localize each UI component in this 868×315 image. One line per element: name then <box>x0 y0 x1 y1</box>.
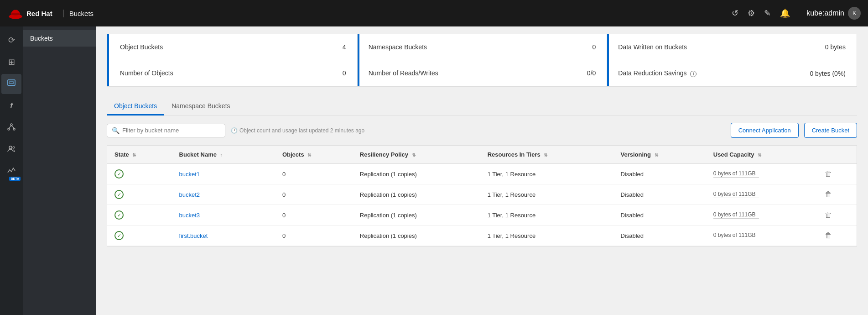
cell-resources-2: 1 Tier, 1 Resource <box>480 205 613 226</box>
status-icon-0: ✓ <box>114 169 124 178</box>
bucket-name-sort-icon[interactable]: ↑ <box>220 152 223 158</box>
stat-row-reads-writes: Number of Reads/Writes 0/0 <box>358 60 607 86</box>
sidebar-item-grid[interactable]: ⊞ <box>1 52 21 72</box>
data-reduction-info-icon[interactable]: i <box>690 71 696 77</box>
stat-card-namespace-buckets: Namespace Buckets 0 Number of Reads/Writ… <box>357 34 607 86</box>
cell-delete-3: 🗑 <box>817 226 857 246</box>
table-row: ✓ bucket1 0 Replication (1 copies) 1 Tie… <box>107 164 857 184</box>
sidebar-item-functions[interactable]: f <box>1 96 21 116</box>
update-info: 🕐 Object count and usage last updated 2 … <box>231 127 725 134</box>
cell-resources-0: 1 Tier, 1 Resource <box>480 164 613 184</box>
create-bucket-button[interactable]: Create Bucket <box>804 123 857 138</box>
reads-writes-value: 0/0 <box>587 69 596 77</box>
network-icon <box>7 122 16 134</box>
cell-resiliency-3: Replication (1 copies) <box>353 226 480 246</box>
topnav-icons: ↺ ⚙ ✎ 🔔 kube:admin K <box>732 7 861 20</box>
monitoring-icon <box>7 166 16 178</box>
resiliency-sort-icon[interactable]: ⇅ <box>412 152 416 158</box>
topnav: Red Hat Buckets ↺ ⚙ ✎ 🔔 kube:admin K <box>0 0 868 26</box>
status-icon-2: ✓ <box>114 210 124 220</box>
sidebar-item-monitoring[interactable]: BETA <box>1 162 21 182</box>
cell-resiliency-2: Replication (1 copies) <box>353 205 480 226</box>
capacity-text-3: 0 bytes of 111GB <box>713 232 759 239</box>
users-icon <box>7 144 16 156</box>
tab-namespace-buckets[interactable]: Namespace Buckets <box>164 98 237 116</box>
cell-objects-1: 0 <box>275 184 353 205</box>
clock-icon: 🕐 <box>231 127 238 134</box>
cell-delete-1: 🗑 <box>817 184 857 205</box>
app-body: ⟳ ⊞ f <box>0 26 868 315</box>
capacity-text-0: 0 bytes of 111GB <box>713 170 759 178</box>
delete-icon-1[interactable]: 🗑 <box>825 190 832 198</box>
settings-icon[interactable]: ⚙ <box>748 8 755 18</box>
delete-icon-3[interactable]: 🗑 <box>825 231 832 239</box>
versioning-sort-icon[interactable]: ⇅ <box>655 152 658 158</box>
col-bucket-name: Bucket Name ↑ <box>172 146 275 164</box>
data-written-value: 0 bytes <box>825 43 846 51</box>
brand: Red Hat Buckets <box>7 5 94 21</box>
username: kube:admin <box>806 9 844 17</box>
bucket-link-2[interactable]: bucket3 <box>179 212 200 219</box>
refresh-icon[interactable]: ↺ <box>732 8 738 18</box>
grid-icon: ⊞ <box>8 57 15 67</box>
object-buckets-value: 4 <box>343 43 346 51</box>
cell-versioning-3: Disabled <box>613 226 706 246</box>
col-resiliency: Resiliency Policy ⇅ <box>353 146 480 164</box>
user-menu[interactable]: kube:admin K <box>806 7 861 20</box>
num-objects-label: Number of Objects <box>120 69 173 77</box>
sidebar-item-users[interactable] <box>1 140 21 160</box>
stat-row-namespace-buckets: Namespace Buckets 0 <box>358 34 607 60</box>
tabs: Object Buckets Namespace Buckets <box>107 98 857 116</box>
col-versioning: Versioning ⇅ <box>613 146 706 164</box>
delete-icon-0[interactable]: 🗑 <box>825 170 832 178</box>
sidebar-item-home[interactable]: ⟳ <box>1 30 21 50</box>
avatar: K <box>848 7 861 20</box>
notification-icon[interactable]: 🔔 <box>780 8 790 18</box>
cell-delete-2: 🗑 <box>817 205 857 226</box>
num-objects-value: 0 <box>343 69 346 77</box>
cell-name-3: first.bucket <box>172 226 275 246</box>
cell-versioning-1: Disabled <box>613 184 706 205</box>
cell-name-2: bucket3 <box>172 205 275 226</box>
cell-state-3: ✓ <box>107 226 172 246</box>
bucket-link-1[interactable]: bucket2 <box>179 191 200 198</box>
tab-object-buckets[interactable]: Object Buckets <box>107 98 164 116</box>
stat-card-data-written: Data Written on Buckets 0 bytes Data Red… <box>607 34 857 86</box>
svg-point-10 <box>13 147 15 148</box>
cell-capacity-1: 0 bytes of 111GB <box>706 184 818 205</box>
objects-sort-icon[interactable]: ⇅ <box>307 152 311 158</box>
svg-rect-3 <box>9 82 14 84</box>
connect-application-button[interactable]: Connect Application <box>731 123 799 138</box>
bucket-link-0[interactable]: bucket1 <box>179 171 200 178</box>
sidebar-item-buckets[interactable] <box>1 74 21 94</box>
capacity-sort-icon[interactable]: ⇅ <box>758 152 761 158</box>
cell-capacity-0: 0 bytes of 111GB <box>706 164 818 184</box>
search-input[interactable] <box>122 127 220 134</box>
cell-versioning-0: Disabled <box>613 164 706 184</box>
resources-sort-icon[interactable]: ⇅ <box>544 152 547 158</box>
cell-name-0: bucket1 <box>172 164 275 184</box>
sidebar-expanded-buckets[interactable]: Buckets <box>23 30 96 47</box>
cell-versioning-2: Disabled <box>613 205 706 226</box>
sidebar-expanded: Buckets <box>23 26 96 315</box>
svg-line-7 <box>9 126 11 128</box>
state-sort-icon[interactable]: ⇅ <box>132 152 136 158</box>
status-icon-1: ✓ <box>114 190 124 199</box>
cell-objects-0: 0 <box>275 164 353 184</box>
svg-point-5 <box>8 128 10 130</box>
redhat-logo[interactable]: Red Hat <box>7 5 52 21</box>
table-row: ✓ bucket2 0 Replication (1 copies) 1 Tie… <box>107 184 857 205</box>
svg-point-6 <box>13 128 15 130</box>
edit-icon[interactable]: ✎ <box>764 8 771 18</box>
namespace-buckets-label: Namespace Buckets <box>369 43 427 51</box>
page-title: Buckets <box>63 10 94 17</box>
capacity-text-2: 0 bytes of 111GB <box>713 211 759 219</box>
sidebar-item-network[interactable] <box>1 118 21 138</box>
col-resources: Resources In Tiers ⇅ <box>480 146 613 164</box>
bucket-link-3[interactable]: first.bucket <box>179 232 208 239</box>
stat-card-object-buckets: Object Buckets 4 Number of Objects 0 <box>107 34 357 86</box>
delete-icon-2[interactable]: 🗑 <box>825 211 832 219</box>
search-box[interactable]: 🔍 <box>107 124 225 137</box>
col-state: State ⇅ <box>107 146 172 164</box>
svg-point-4 <box>10 124 12 126</box>
